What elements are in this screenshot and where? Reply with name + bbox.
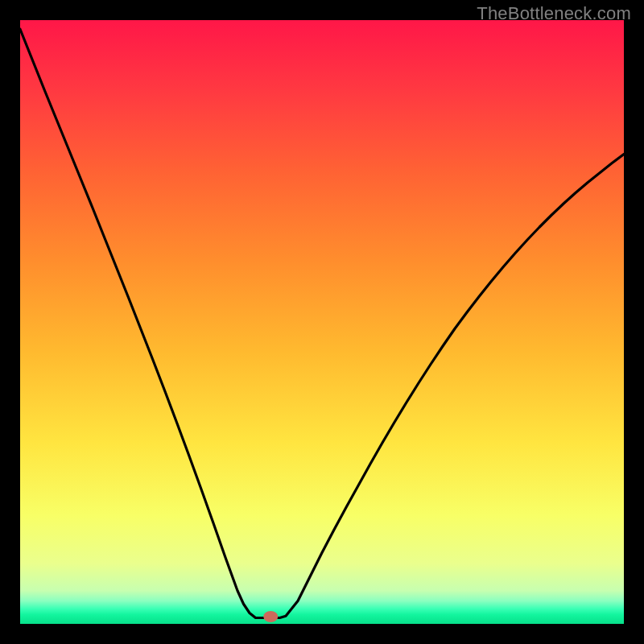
bottleneck-chart-svg xyxy=(20,20,624,624)
plot-area xyxy=(20,20,624,624)
gradient-background xyxy=(20,20,624,624)
optimal-point-marker xyxy=(263,611,278,622)
chart-frame: TheBottleneck.com xyxy=(0,0,644,644)
watermark-text: TheBottleneck.com xyxy=(477,3,631,24)
